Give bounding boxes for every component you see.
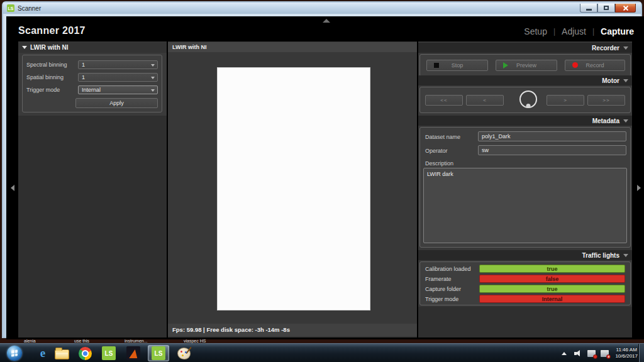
- restore-icon: [604, 6, 609, 10]
- restore-button[interactable]: [597, 4, 615, 13]
- framerate-status: false: [479, 275, 625, 283]
- collapse-left-icon[interactable]: [11, 185, 14, 191]
- record-button[interactable]: Record: [565, 60, 625, 71]
- nav-capture[interactable]: Capture: [601, 26, 634, 36]
- camera-settings-group: Spectral binning 1 Spatial binning 1 Tri…: [22, 55, 162, 112]
- spectral-binning-select[interactable]: 1: [78, 60, 158, 69]
- trigger-mode-status: Internal: [479, 295, 625, 303]
- camera-settings-title: LWIR with NI: [30, 44, 69, 51]
- record-label: Record: [586, 62, 604, 69]
- client-area: Scanner 2017 Setup Adjust Capture LWIR w…: [6, 16, 644, 339]
- stop-button[interactable]: Stop: [426, 60, 488, 71]
- paint-icon: [177, 348, 191, 359]
- collapse-section-icon: [623, 47, 628, 50]
- control-panel: Recorder Stop Preview Record Motor: [418, 41, 632, 337]
- taskbar-chrome[interactable]: [74, 345, 96, 361]
- spatial-binning-row: Spatial binning 1: [26, 71, 158, 84]
- calibration-loaded-status: true: [479, 265, 625, 273]
- spatial-binning-label: Spatial binning: [26, 74, 78, 80]
- description-textarea[interactable]: LWIR dark: [423, 168, 627, 243]
- clock-date: 10/6/2017: [615, 353, 638, 359]
- mode-nav: Setup Adjust Capture: [524, 26, 634, 36]
- scanner-app-icon: LS: [152, 346, 165, 360]
- traffic-lights-group: Calibration loaded true Framerate false …: [419, 261, 631, 305]
- motor-back-button[interactable]: <: [466, 95, 504, 106]
- taskbar-file-explorer[interactable]: [51, 345, 72, 361]
- window-controls: [580, 4, 636, 13]
- calibration-loaded-label: Calibration loaded: [425, 266, 471, 272]
- motor-title: Motor: [602, 77, 619, 84]
- collapse-section-icon: [623, 79, 628, 82]
- page-title: Scanner 2017: [18, 25, 86, 36]
- taskbar-scanner-app-active[interactable]: LS: [148, 345, 169, 361]
- action-center-icon[interactable]: [587, 350, 596, 357]
- preview-button[interactable]: Preview: [496, 60, 557, 71]
- network-icon[interactable]: x: [601, 350, 609, 357]
- traffic-lights-header[interactable]: Traffic lights: [418, 250, 632, 260]
- dataset-name-input[interactable]: poly1_Dark: [478, 131, 626, 141]
- app-icon: LS: [7, 4, 14, 12]
- nav-setup[interactable]: Setup: [524, 26, 547, 36]
- taskbar-clock[interactable]: 11:46 AM 10/6/2017: [615, 347, 638, 359]
- nav-separator: [592, 27, 594, 36]
- nav-adjust[interactable]: Adjust: [562, 26, 586, 36]
- framerate-label: Framerate: [425, 276, 452, 282]
- recorder-header[interactable]: Recorder: [418, 43, 632, 53]
- collapse-section-icon: [623, 254, 628, 257]
- camera-settings-header[interactable]: LWIR with NI: [18, 42, 167, 53]
- close-button[interactable]: [615, 4, 636, 13]
- traffic-lights-title: Traffic lights: [582, 252, 619, 259]
- trigger-mode-status-label: Trigger mode: [425, 296, 458, 302]
- scanner-app-icon: LS: [102, 346, 116, 360]
- dataset-name-label: Dataset name: [425, 134, 460, 140]
- operator-label: Operator: [425, 148, 448, 154]
- taskbar-internet-explorer[interactable]: e: [32, 345, 53, 361]
- titlebar[interactable]: LS Scanner: [3, 3, 641, 14]
- minimize-button[interactable]: [580, 4, 597, 13]
- taskbar: e LS LS x 11:46 AM 10/6/2017: [0, 343, 644, 362]
- camera-preview-image[interactable]: [217, 67, 370, 310]
- desktop-icon-label[interactable]: use this: [74, 339, 89, 343]
- start-button[interactable]: [4, 345, 25, 361]
- desktop-icon-label[interactable]: alenia: [24, 339, 36, 343]
- viewer-status-bar: Fps: 59.98 | Free disk space: -3h -14m -…: [168, 324, 417, 336]
- recorder-title: Recorder: [592, 45, 619, 52]
- desktop-icon-label[interactable]: instrumen...: [125, 339, 148, 343]
- motor-back-fast-button[interactable]: <<: [425, 95, 463, 106]
- trigger-mode-select[interactable]: Internal: [78, 85, 158, 94]
- apply-row: Apply: [26, 98, 158, 108]
- nav-separator: [553, 27, 555, 36]
- apply-button[interactable]: Apply: [75, 98, 158, 108]
- collapse-top-icon[interactable]: [323, 19, 330, 23]
- system-tray: x 11:46 AM 10/6/2017: [562, 344, 638, 362]
- collapse-right-icon[interactable]: [637, 185, 641, 191]
- metadata-header[interactable]: Metadata: [418, 116, 632, 126]
- metadata-group: Dataset name poly1_Dark Operator sw Desc…: [419, 127, 631, 248]
- motor-header[interactable]: Motor: [418, 75, 632, 85]
- motor-forward-fast-button[interactable]: >>: [587, 95, 625, 106]
- matlab-icon: [126, 346, 140, 360]
- collapse-section-icon: [623, 119, 628, 123]
- windows-start-icon: [7, 346, 22, 361]
- operator-input[interactable]: sw: [478, 145, 626, 155]
- taskbar-paint[interactable]: [173, 345, 194, 361]
- show-desktop-button[interactable]: [638, 344, 644, 362]
- taskbar-scanner-app[interactable]: LS: [98, 345, 119, 361]
- camera-settings-panel: LWIR with NI Spectral binning 1 Spatial …: [18, 41, 167, 337]
- chrome-icon: [79, 347, 92, 360]
- motor-jog-knob: [526, 104, 531, 108]
- capture-folder-status: true: [479, 285, 625, 293]
- spatial-binning-select[interactable]: 1: [78, 73, 158, 82]
- description-label: Description: [425, 160, 453, 167]
- taskbar-matlab[interactable]: [123, 345, 144, 361]
- volume-icon[interactable]: [574, 349, 582, 357]
- play-icon: [503, 62, 508, 69]
- motor-jog-dial[interactable]: [519, 90, 537, 108]
- trigger-mode-row: Trigger mode Internal: [26, 84, 158, 96]
- control-panel-bg: [418, 307, 632, 337]
- motor-forward-button[interactable]: >: [547, 95, 584, 106]
- minimize-icon: [586, 9, 592, 11]
- clock-time: 11:46 AM: [615, 347, 638, 353]
- desktop-icon-label[interactable]: viaspec HS: [184, 339, 206, 343]
- hidden-icons-chevron-icon[interactable]: [562, 352, 567, 355]
